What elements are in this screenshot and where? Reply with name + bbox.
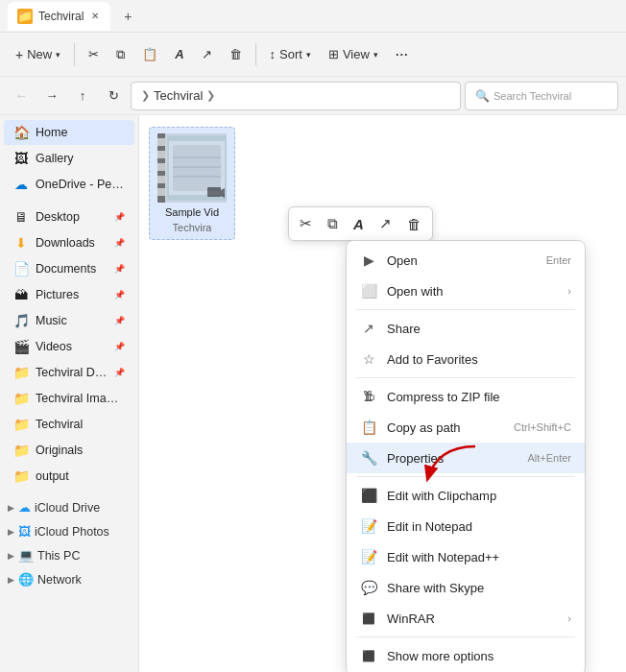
- gallery-icon: 🖼: [13, 151, 29, 166]
- cut-button[interactable]: ✂: [81, 43, 107, 65]
- home-icon: 🏠: [13, 125, 29, 140]
- rename-button[interactable]: A: [167, 43, 191, 65]
- sidebar-item-techviral-docum[interactable]: 📁 Techviral Docum 📌: [4, 360, 134, 385]
- sidebar-item-onedrive[interactable]: ☁ OneDrive - Persona: [4, 172, 134, 197]
- this-pc-section[interactable]: ▶ 💻 This PC: [0, 543, 138, 567]
- svg-rect-9: [173, 145, 221, 191]
- network-label: Network: [37, 573, 82, 587]
- ctx-item-notepadpp[interactable]: 📝 Edit with Notepad++: [347, 541, 585, 572]
- scissors-icon: ✂: [88, 47, 99, 61]
- sidebar: 🏠 Home 🖼 Gallery ☁ OneDrive - Persona 🖥 …: [0, 115, 139, 672]
- ctx-mini-copy-button[interactable]: ⧉: [325, 212, 341, 235]
- ctx-item-share[interactable]: ↗ Share: [347, 313, 585, 344]
- ctx-mini-rename-button[interactable]: A: [350, 213, 367, 235]
- ctx-skype-label: Share with Skype: [387, 581, 571, 595]
- sidebar-item-originals[interactable]: 📁 Originals: [4, 438, 134, 463]
- ctx-item-favorites[interactable]: ☆ Add to Favorites: [347, 344, 585, 374]
- address-path[interactable]: ❯ Techviral ❯: [131, 82, 461, 110]
- back-button[interactable]: ←: [8, 83, 35, 109]
- ctx-item-compress[interactable]: 🗜 Compress to ZIP file: [347, 381, 585, 412]
- content-area: Sample Vid Techvira ✂ ⧉ A ↗ 🗑 ▶ Open Ent…: [139, 115, 626, 672]
- refresh-button[interactable]: ↻: [100, 83, 127, 109]
- share-button[interactable]: ↗: [194, 43, 220, 65]
- sidebar-item-pictures-label: Pictures: [36, 288, 108, 301]
- separator2: [356, 377, 575, 378]
- svg-rect-13: [207, 187, 221, 197]
- open-with-icon: ⬜: [360, 282, 377, 300]
- up-button[interactable]: ↑: [69, 83, 96, 109]
- notepadpp-icon: 📝: [360, 548, 377, 565]
- ctx-item-winrar[interactable]: ⬛ WinRAR ›: [347, 603, 585, 634]
- network-section[interactable]: ▶ 🌐 Network: [0, 567, 138, 591]
- trash-icon: 🗑: [229, 47, 242, 61]
- sidebar-item-desktop[interactable]: 🖥 Desktop 📌: [4, 204, 134, 229]
- paste-icon: 📋: [142, 47, 157, 61]
- ctx-copypath-label: Copy as path: [387, 420, 504, 435]
- separator1: [356, 309, 575, 310]
- paste-button[interactable]: 📋: [134, 43, 165, 65]
- sidebar-item-gallery[interactable]: 🖼 Gallery: [4, 146, 134, 171]
- ctx-item-clipchamp[interactable]: ⬛ Edit with Clipchamp: [347, 480, 585, 511]
- search-box[interactable]: 🔍 Search Techviral: [465, 82, 618, 110]
- ctx-item-copypath[interactable]: 📋 Copy as path Ctrl+Shift+C: [347, 412, 585, 443]
- new-tab-button[interactable]: +: [114, 3, 141, 30]
- ctx-item-skype[interactable]: 💬 Share with Skype: [347, 572, 585, 603]
- title-bar: 📁 Techviral ✕ +: [0, 0, 626, 33]
- sidebar-item-videos[interactable]: 🎬 Videos 📌: [4, 334, 134, 359]
- ctx-item-notepad[interactable]: 📝 Edit in Notepad: [347, 511, 585, 541]
- ctx-open-with-arrow-icon: ›: [567, 285, 571, 297]
- path-segment1: Techviral: [154, 88, 203, 103]
- documents-icon: 📄: [13, 261, 29, 276]
- pictures-icon: 🏔: [13, 287, 29, 302]
- delete-button[interactable]: 🗑: [222, 43, 250, 65]
- ctx-winrar-arrow-icon: ›: [567, 612, 571, 624]
- properties-icon: 🔧: [360, 449, 377, 467]
- folder-icon-techviral-images: 📁: [13, 391, 29, 406]
- sidebar-item-music[interactable]: 🎵 Music 📌: [4, 308, 134, 333]
- ctx-mini-delete-button[interactable]: 🗑: [404, 213, 424, 235]
- sidebar-item-desktop-label: Desktop: [36, 210, 108, 224]
- new-button[interactable]: + New ▾: [8, 43, 68, 66]
- sidebar-item-onedrive-label: OneDrive - Persona: [36, 178, 125, 191]
- sidebar-item-techviral-images[interactable]: 📁 Techviral Images: [4, 386, 134, 411]
- more-button[interactable]: ···: [388, 43, 417, 65]
- copypath-icon: 📋: [360, 419, 377, 436]
- title-tab[interactable]: 📁 Techviral ✕: [8, 2, 110, 31]
- clipchamp-icon: ⬛: [360, 487, 377, 504]
- ctx-item-open[interactable]: ▶ Open Enter: [347, 245, 585, 276]
- ctx-mini-cut-button[interactable]: ✂: [297, 212, 315, 235]
- sidebar-item-techviral[interactable]: 📁 Techviral: [4, 412, 134, 437]
- sidebar-item-documents-label: Documents: [36, 262, 108, 276]
- ctx-notepadpp-label: Edit with Notepad++: [387, 550, 571, 564]
- forward-button[interactable]: →: [38, 83, 65, 109]
- ctx-mini-share-button[interactable]: ↗: [376, 212, 395, 235]
- ctx-item-properties[interactable]: 🔧 Properties Alt+Enter: [347, 443, 585, 473]
- ctx-item-open-with[interactable]: ⬜ Open with ›: [347, 276, 585, 306]
- sort-label: Sort: [279, 47, 302, 61]
- chevron-view-icon: ▾: [373, 50, 378, 60]
- ctx-compress-label: Compress to ZIP file: [387, 390, 571, 404]
- sidebar-item-documents[interactable]: 📄 Documents 📌: [4, 256, 134, 281]
- sidebar-item-pictures[interactable]: 🏔 Pictures 📌: [4, 282, 134, 307]
- ctx-item-more-options[interactable]: ⬛ Show more options: [347, 640, 585, 671]
- ctx-notepad-label: Edit in Notepad: [387, 519, 571, 534]
- sidebar-item-output[interactable]: 📁 output: [4, 464, 134, 489]
- icloud-drive-section[interactable]: ▶ ☁ iCloud Drive: [0, 495, 138, 519]
- close-tab-button[interactable]: ✕: [89, 11, 101, 22]
- sidebar-item-home[interactable]: 🏠 Home: [4, 120, 134, 145]
- sort-button[interactable]: ↕ Sort ▾: [262, 43, 319, 65]
- chevron-network-icon: ▶: [8, 575, 14, 585]
- folder-icon-output: 📁: [13, 468, 29, 484]
- copy-button[interactable]: ⧉: [108, 43, 132, 66]
- sidebar-item-output-label: output: [36, 469, 125, 483]
- sidebar-item-downloads[interactable]: ⬇ Downloads 📌: [4, 230, 134, 255]
- sidebar-item-originals-label: Originals: [36, 444, 125, 457]
- pin-icon-pictures: 📌: [114, 290, 125, 300]
- this-pc-label: This PC: [37, 549, 80, 563]
- view-button[interactable]: ⊞ View ▾: [321, 43, 386, 65]
- file-item-sample-video[interactable]: Sample Vid Techvira: [149, 127, 235, 240]
- toolbar: + New ▾ ✂ ⧉ 📋 A ↗ 🗑 ↕ Sort ▾ ⊞ View ▾ ··…: [0, 33, 626, 77]
- icloud-photos-section[interactable]: ▶ 🖼 iCloud Photos: [0, 519, 138, 543]
- computer-icon: 💻: [18, 548, 34, 563]
- sort-icon: ↕: [270, 47, 277, 61]
